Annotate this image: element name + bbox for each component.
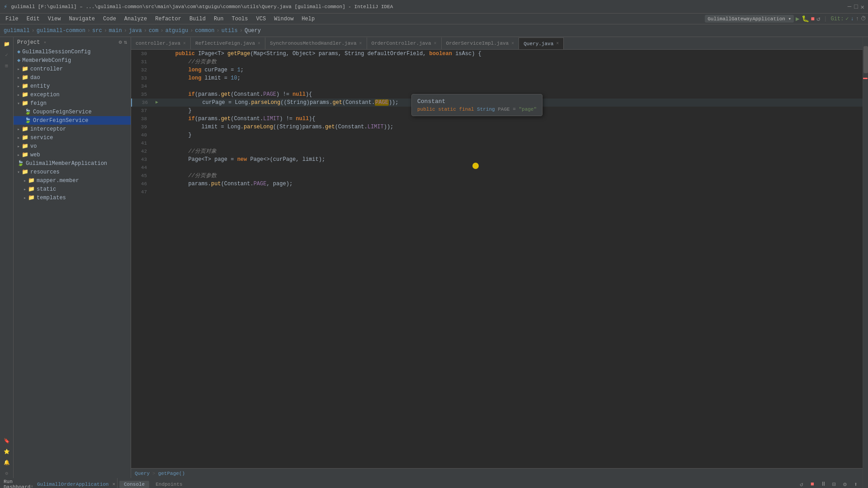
sidebar-item-dao[interactable]: ▸ 📁 dao: [14, 73, 131, 82]
code-line-31: 31 //分页参数: [131, 58, 863, 66]
tab-order-controller[interactable]: OrderController.java ×: [367, 38, 442, 49]
sidebar-item-coupon-feign[interactable]: 🍃 CouponFeignService: [14, 108, 131, 116]
tab-query-label: Query.java: [524, 41, 553, 47]
sidebar-item-member-app[interactable]: 🍃 GulimallMemberApplication: [14, 159, 131, 168]
status-path-method[interactable]: getPage(): [158, 471, 185, 476]
breadcrumb-com[interactable]: com: [149, 28, 159, 34]
git-update-btn[interactable]: ↓: [851, 16, 854, 22]
folder-arrow-templates: ▸: [22, 195, 28, 201]
run-dashboard-header: Run Dashboard: GulimallOrderApplication …: [0, 478, 117, 488]
sidebar-item-feign[interactable]: ▾ 📁 feign: [14, 99, 131, 108]
sidebar-item-interceptor[interactable]: ▸ 📁 interceptor: [14, 125, 131, 133]
code-line-45: 45 //分页参数: [131, 172, 863, 180]
sidebar-item-web[interactable]: ▸ 📁 web: [14, 150, 131, 159]
breadcrumb-query[interactable]: Query: [245, 28, 261, 34]
settings-console-btn[interactable]: ⚙: [840, 479, 850, 488]
close-btn[interactable]: ✕: [861, 3, 864, 10]
structure-icon[interactable]: ⊞: [2, 61, 12, 70]
sidebar-item-controller[interactable]: ▸ 📁 controller: [14, 65, 131, 73]
tab-order-service-impl[interactable]: OrderServiceImpl.java ×: [442, 38, 519, 49]
sidebar-item-mapper[interactable]: ▸ 📁 mapper.member: [14, 176, 131, 185]
breadcrumb-src[interactable]: src: [92, 28, 102, 34]
sidebar-item-resources[interactable]: ▾ 📁 resources: [14, 168, 131, 176]
tab-order-ctrl-close[interactable]: ×: [434, 41, 437, 46]
pause-btn[interactable]: ⏸: [818, 479, 828, 488]
tab-query-close[interactable]: ×: [556, 41, 559, 46]
tab-controller[interactable]: controller.java ×: [131, 38, 191, 49]
menu-build[interactable]: Build: [186, 15, 209, 23]
git-push-btn[interactable]: ↑: [856, 16, 859, 22]
project-icon[interactable]: 📁: [2, 39, 12, 49]
maximize-console-btn[interactable]: ⬆: [851, 479, 861, 488]
toolbar-reload-btn[interactable]: ↺: [816, 15, 820, 23]
menu-analyze[interactable]: Analyze: [121, 15, 151, 23]
sidebar-item-member-web-config[interactable]: ◆ MemberWebConfig: [14, 56, 131, 65]
stop-btn[interactable]: ■: [807, 479, 817, 488]
status-path-query[interactable]: Query: [135, 471, 150, 476]
menu-navigate[interactable]: Navigate: [65, 15, 99, 23]
tab-sync-method[interactable]: SynchronousMethodHandler.java ×: [265, 38, 367, 49]
breadcrumb-main[interactable]: main: [109, 28, 122, 34]
run-config-dropdown[interactable]: GulimallGatewayApplication ▾: [705, 15, 794, 23]
tab-reflective-feign[interactable]: ReflectiveFeign.java ×: [191, 38, 265, 49]
git-history-btn[interactable]: ⏱: [861, 15, 866, 22]
minimize-btn[interactable]: ─: [848, 3, 851, 10]
toolbar-debug-btn[interactable]: 🐛: [802, 15, 809, 23]
tab-query[interactable]: Query.java ×: [519, 38, 564, 49]
menu-window[interactable]: Window: [270, 15, 297, 23]
tab-console[interactable]: Console: [119, 481, 149, 488]
breadcrumb-java[interactable]: java: [129, 28, 142, 34]
console-scrollbar[interactable]: [863, 478, 868, 488]
tab-endpoints[interactable]: Endpoints: [151, 481, 187, 488]
restart-btn[interactable]: ↺: [797, 479, 807, 488]
filter-btn[interactable]: ⊟: [829, 479, 839, 488]
commit-icon[interactable]: ✓: [2, 50, 12, 60]
code-line-46: 46 params.put(Constant.PAGE, page);: [131, 180, 863, 188]
tab-reflective-label: ReflectiveFeign.java: [195, 41, 255, 46]
sidebar-item-templates[interactable]: ▸ 📁 templates: [14, 193, 131, 202]
menu-run[interactable]: Run: [210, 15, 227, 23]
sidebar-item-session-config[interactable]: ◆ GulimallSessionConfig: [14, 47, 131, 56]
tab-controller-close[interactable]: ×: [183, 41, 186, 46]
sidebar-item-order-feign[interactable]: 🍃 OrderFeignService: [14, 116, 131, 125]
maximize-btn[interactable]: □: [854, 3, 858, 10]
menu-edit[interactable]: Edit: [23, 15, 43, 23]
breadcrumb-common[interactable]: common: [195, 28, 214, 34]
sidebar-item-vo[interactable]: ▸ 📁 vo: [14, 142, 131, 150]
folder-arrow-static: ▸: [22, 187, 28, 192]
code-editor[interactable]: 30 public IPage<T> getPage(Map<String, O…: [131, 50, 863, 468]
menu-help[interactable]: Help: [298, 15, 318, 23]
folder-arrow-icon: ▸: [15, 66, 22, 72]
sidebar-item-entity[interactable]: ▸ 📁 entity: [14, 82, 131, 90]
tab-order-svc-close[interactable]: ×: [511, 41, 514, 46]
menu-refactor[interactable]: Refactor: [151, 15, 185, 23]
menu-code[interactable]: Code: [99, 15, 120, 23]
menu-tools[interactable]: Tools: [228, 15, 252, 23]
sidebar-settings-icon[interactable]: ⚙: [119, 39, 122, 46]
tab-reflective-close[interactable]: ×: [258, 41, 260, 46]
toolbar-stop-btn[interactable]: ■: [811, 15, 815, 23]
sidebar-item-service[interactable]: ▸ 📁 service: [14, 133, 131, 142]
sidebar-sort-icon[interactable]: ⇅: [124, 39, 127, 46]
breadcrumb-atguigu[interactable]: atguigu: [165, 28, 188, 34]
sidebar-item-exception[interactable]: ▸ 📁 exception: [14, 90, 131, 99]
favorites-icon[interactable]: ⭐: [2, 446, 12, 456]
tooltip-popup: Constant public static final String PAGE…: [411, 94, 542, 116]
toolbar-run-btn[interactable]: ▶: [796, 15, 799, 23]
sidebar-item-static[interactable]: ▸ 📁 static: [14, 185, 131, 193]
git-check-btn[interactable]: ✓: [845, 15, 849, 22]
bookmarks-icon[interactable]: 🔖: [2, 436, 12, 446]
scrollbar-thumb[interactable]: [863, 46, 868, 73]
menu-vcs[interactable]: VCS: [253, 15, 270, 23]
editor-scrollbar[interactable]: [863, 37, 868, 478]
settings-icon[interactable]: ⚙: [2, 468, 12, 478]
breadcrumb-gulimall-common[interactable]: gulimall-common: [37, 28, 85, 34]
run-dashboard-close[interactable]: ×: [112, 482, 115, 487]
breadcrumb-gulimall[interactable]: gulimall: [4, 28, 30, 34]
menu-file[interactable]: File: [2, 15, 22, 23]
tab-sync-close[interactable]: ×: [359, 41, 362, 46]
notifications-icon[interactable]: 🔔: [2, 457, 12, 467]
breadcrumb-utils[interactable]: utils: [222, 28, 238, 34]
code-line-44: 44: [131, 164, 863, 172]
menu-view[interactable]: View: [44, 15, 65, 23]
